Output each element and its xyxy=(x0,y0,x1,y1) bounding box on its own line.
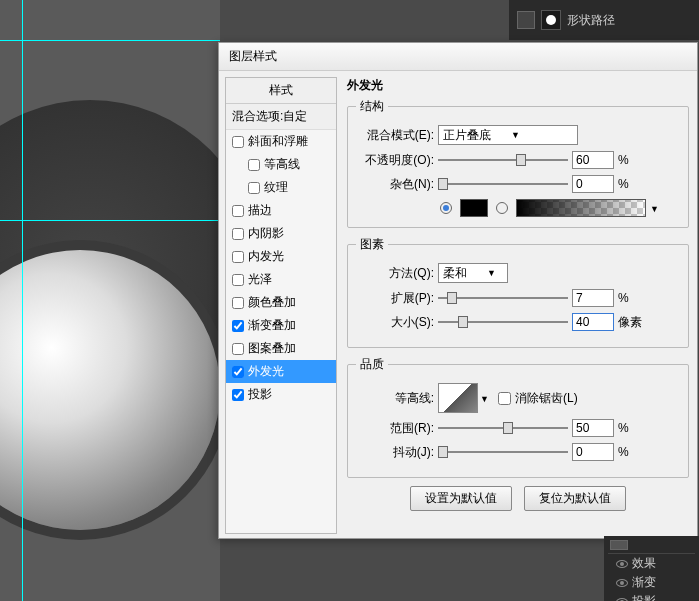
guide-horizontal[interactable] xyxy=(0,40,220,41)
style-item-label: 等高线 xyxy=(264,156,300,173)
style-list-item[interactable]: 光泽 xyxy=(226,268,336,291)
jitter-unit: % xyxy=(618,445,642,459)
jitter-slider[interactable] xyxy=(438,444,568,460)
style-list-item[interactable]: 描边 xyxy=(226,199,336,222)
noise-label: 杂色(N): xyxy=(356,176,434,193)
canvas-background xyxy=(0,0,220,601)
style-item-label: 外发光 xyxy=(248,363,284,380)
style-list-item[interactable]: 斜面和浮雕 xyxy=(226,130,336,153)
opacity-input[interactable] xyxy=(572,151,614,169)
layers-panel-fragment: 效果 渐变 投影 xyxy=(604,536,699,601)
opacity-slider[interactable] xyxy=(438,152,568,168)
style-checkbox[interactable] xyxy=(232,320,244,332)
spread-slider[interactable] xyxy=(438,290,568,306)
style-item-label: 内阴影 xyxy=(248,225,284,242)
fx-row[interactable]: 渐变 xyxy=(608,573,695,592)
gradient-picker[interactable]: ▼ xyxy=(516,199,646,217)
jitter-label: 抖动(J): xyxy=(356,444,434,461)
contour-label: 等高线: xyxy=(356,390,434,407)
style-checkbox[interactable] xyxy=(232,136,244,148)
technique-select[interactable]: 柔和 ▼ xyxy=(438,263,508,283)
solid-color-radio[interactable] xyxy=(440,202,452,214)
style-item-label: 渐变叠加 xyxy=(248,317,296,334)
style-checkbox[interactable] xyxy=(232,366,244,378)
layer-style-dialog: 图层样式 样式 混合选项:自定 斜面和浮雕等高线纹理描边内阴影内发光光泽颜色叠加… xyxy=(218,42,698,539)
opacity-label: 不透明度(O): xyxy=(356,152,434,169)
style-list-item[interactable]: 投影 xyxy=(226,383,336,406)
style-item-label: 图案叠加 xyxy=(248,340,296,357)
style-item-label: 投影 xyxy=(248,386,272,403)
style-item-label: 内发光 xyxy=(248,248,284,265)
style-list-item[interactable]: 外发光 xyxy=(226,360,336,383)
noise-slider[interactable] xyxy=(438,176,568,192)
contour-picker[interactable]: ▼ xyxy=(438,383,478,413)
style-list-item[interactable]: 颜色叠加 xyxy=(226,291,336,314)
antialias-label: 消除锯齿(L) xyxy=(515,390,578,407)
visibility-icon[interactable] xyxy=(616,579,628,587)
jitter-input[interactable] xyxy=(572,443,614,461)
spread-label: 扩展(P): xyxy=(356,290,434,307)
style-settings-panel: 外发光 结构 混合模式(E): 正片叠底 ▼ 不透明度(O): % xyxy=(337,71,697,540)
style-checkbox[interactable] xyxy=(232,274,244,286)
style-checkbox[interactable] xyxy=(232,205,244,217)
style-list-item[interactable]: 纹理 xyxy=(226,176,336,199)
elements-legend: 图素 xyxy=(356,236,388,253)
structure-group: 结构 混合模式(E): 正片叠底 ▼ 不透明度(O): % 杂色(N): xyxy=(347,98,689,228)
swatch[interactable] xyxy=(517,11,535,29)
shape-path-label: 形状路径 xyxy=(567,12,615,29)
blend-options-item[interactable]: 混合选项:自定 xyxy=(226,104,336,130)
style-checkbox[interactable] xyxy=(232,228,244,240)
chevron-down-icon: ▼ xyxy=(650,204,659,214)
style-list-item[interactable]: 渐变叠加 xyxy=(226,314,336,337)
chevron-down-icon: ▼ xyxy=(480,394,489,404)
style-checkbox[interactable] xyxy=(232,389,244,401)
set-default-button[interactable]: 设置为默认值 xyxy=(410,486,512,511)
gradient-radio[interactable] xyxy=(496,202,508,214)
style-checkbox[interactable] xyxy=(248,159,260,171)
style-list-item[interactable]: 内阴影 xyxy=(226,222,336,245)
size-slider[interactable] xyxy=(438,314,568,330)
color-chip[interactable] xyxy=(460,199,488,217)
antialias-checkbox[interactable] xyxy=(498,392,511,405)
guide-horizontal[interactable] xyxy=(0,220,220,221)
range-label: 范围(R): xyxy=(356,420,434,437)
range-unit: % xyxy=(618,421,642,435)
chevron-down-icon: ▼ xyxy=(511,130,520,140)
fx-row[interactable]: 效果 xyxy=(608,554,695,573)
guide-vertical[interactable] xyxy=(22,0,23,601)
opacity-unit: % xyxy=(618,153,642,167)
style-checkbox[interactable] xyxy=(232,251,244,263)
noise-unit: % xyxy=(618,177,642,191)
style-list: 样式 混合选项:自定 斜面和浮雕等高线纹理描边内阴影内发光光泽颜色叠加渐变叠加图… xyxy=(225,77,337,534)
dialog-title[interactable]: 图层样式 xyxy=(219,43,697,71)
visibility-icon[interactable] xyxy=(616,598,628,602)
spread-unit: % xyxy=(618,291,642,305)
structure-legend: 结构 xyxy=(356,98,388,115)
style-checkbox[interactable] xyxy=(248,182,260,194)
blend-mode-label: 混合模式(E): xyxy=(356,127,434,144)
range-slider[interactable] xyxy=(438,420,568,436)
layer-thumb-icon xyxy=(610,540,628,550)
elements-group: 图素 方法(Q): 柔和 ▼ 扩展(P): % 大小(S): xyxy=(347,236,689,348)
spread-input[interactable] xyxy=(572,289,614,307)
style-list-item[interactable]: 内发光 xyxy=(226,245,336,268)
reset-default-button[interactable]: 复位为默认值 xyxy=(524,486,626,511)
range-input[interactable] xyxy=(572,419,614,437)
visibility-icon[interactable] xyxy=(616,560,628,568)
blend-mode-select[interactable]: 正片叠底 ▼ xyxy=(438,125,578,145)
styles-header[interactable]: 样式 xyxy=(226,78,336,104)
style-item-label: 纹理 xyxy=(264,179,288,196)
panel-title: 外发光 xyxy=(347,77,689,94)
noise-input[interactable] xyxy=(572,175,614,193)
size-input[interactable] xyxy=(572,313,614,331)
style-list-item[interactable]: 图案叠加 xyxy=(226,337,336,360)
technique-label: 方法(Q): xyxy=(356,265,434,282)
size-label: 大小(S): xyxy=(356,314,434,331)
style-item-label: 描边 xyxy=(248,202,272,219)
style-item-label: 颜色叠加 xyxy=(248,294,296,311)
style-checkbox[interactable] xyxy=(232,343,244,355)
style-list-item[interactable]: 等高线 xyxy=(226,153,336,176)
fill-swatch[interactable] xyxy=(541,10,561,30)
fx-row[interactable]: 投影 xyxy=(608,592,695,601)
style-checkbox[interactable] xyxy=(232,297,244,309)
